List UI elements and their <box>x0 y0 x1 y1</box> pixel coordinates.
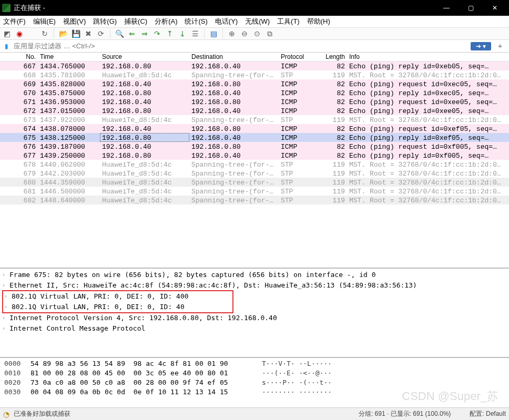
app-icon <box>2 4 11 12</box>
chevron-right-icon: › <box>4 302 12 312</box>
go-last-icon[interactable]: ⤓ <box>178 29 187 38</box>
chevron-right-icon: › <box>2 270 9 280</box>
status-left: 已准备好加载或捕获 <box>14 409 70 418</box>
minimize-button[interactable]: — <box>434 0 459 16</box>
add-filter-button[interactable]: ＋ <box>493 42 507 51</box>
start-capture-icon[interactable]: ◉ <box>15 29 24 38</box>
menu-item[interactable]: 统计(S) <box>185 17 207 26</box>
menubar: 文件(F)编辑(E)视图(V)跳转(G)捕获(C)分析(A)统计(S)电话(Y)… <box>0 16 509 28</box>
menu-item[interactable]: 视图(V) <box>63 17 86 26</box>
status-center: 分组: 691 · 已显示: 691 (100.0%) <box>359 409 451 418</box>
packet-row[interactable]: 6741438.078000192.168.0.40192.168.0.80IC… <box>0 124 509 133</box>
col-info[interactable]: Info <box>347 53 509 61</box>
chevron-right-icon: › <box>4 291 12 302</box>
col-len[interactable]: Length <box>318 53 347 61</box>
reload-icon[interactable]: ⟳ <box>96 29 106 38</box>
display-filter-input[interactable] <box>13 41 469 51</box>
close-file-icon[interactable]: ✖ <box>84 29 93 38</box>
packet-row[interactable]: 6811446.500000HuaweiTe_d8:5d:4cSpanning-… <box>0 187 509 196</box>
apply-filter-button[interactable]: ➔ ▾ <box>471 42 491 50</box>
interfaces-icon[interactable]: ◩ <box>2 29 12 38</box>
maximize-button[interactable]: ▢ <box>459 0 483 16</box>
menu-item[interactable]: 文件(F) <box>3 17 26 26</box>
packet-row[interactable]: 6721437.015000192.168.0.80192.168.0.40IC… <box>0 106 509 115</box>
detail-row[interactable]: ›Internet Control Message Protocol <box>2 323 507 334</box>
packet-row[interactable]: 6711436.953000192.168.0.40192.168.0.80IC… <box>0 97 509 106</box>
packet-row[interactable]: 6681435.781000HuaweiTe_d8:5d:4cSpanning-… <box>0 70 509 79</box>
zoom-out-icon[interactable]: ⊖ <box>240 29 249 38</box>
detail-row[interactable]: ›Ethernet II, Src: HuaweiTe ac:4c:8f (54… <box>2 280 507 291</box>
hex-line[interactable]: 002073 0a c0 a8 00 50 c0 a8 00 28 00 00 … <box>4 378 505 387</box>
col-proto[interactable]: Protocol <box>279 53 318 61</box>
chevron-right-icon: › <box>2 280 9 291</box>
restart-capture-icon[interactable]: ↻ <box>40 29 49 38</box>
packet-row[interactable]: 6701435.875000192.168.0.80192.168.0.40IC… <box>0 88 509 97</box>
zoom-reset-icon[interactable]: ⊙ <box>252 29 262 38</box>
go-back-icon[interactable]: ⇐ <box>127 29 137 38</box>
colorize-icon[interactable]: ▤ <box>209 29 218 38</box>
packet-list[interactable]: No. Time Source Destination Protocol Len… <box>0 53 509 269</box>
chevron-right-icon: › <box>2 323 9 334</box>
col-dst[interactable]: Destination <box>189 53 279 61</box>
col-time[interactable]: Time <box>38 53 100 61</box>
titlebar: 正在捕获 - — ▢ ✕ <box>0 0 509 16</box>
packet-row[interactable]: 6781440.062000HuaweiTe_d8:5d:4cSpanning-… <box>0 160 509 169</box>
chevron-right-icon: › <box>2 313 9 323</box>
save-icon[interactable]: 💾 <box>71 29 80 38</box>
menu-item[interactable]: 帮助(H) <box>307 17 330 26</box>
hex-line[interactable]: 003000 04 08 09 0a 0b 0c 0d 0e 0f 10 11 … <box>4 387 505 397</box>
detail-row[interactable]: ›Internet Protocol Version 4, Src: 192.1… <box>2 313 507 323</box>
open-icon[interactable]: 📂 <box>58 29 68 38</box>
stop-capture-icon[interactable] <box>27 29 37 38</box>
packet-row[interactable]: 6821448.640000HuaweiTe_d8:5d:4cSpanning-… <box>0 196 509 204</box>
window-title: 正在捕获 - <box>14 3 434 13</box>
col-src[interactable]: Source <box>100 53 189 61</box>
menu-item[interactable]: 分析(A) <box>155 17 177 26</box>
statusbar: ◔ 已准备好加载或捕获 分组: 691 · 已显示: 691 (100.0%) … <box>0 407 509 420</box>
detail-row[interactable]: ›802.1Q Virtual LAN, PRI: 0, DEI: 0, ID:… <box>4 291 231 302</box>
packet-row[interactable]: 6801444.359000HuaweiTe_d8:5d:4cSpanning-… <box>0 178 509 187</box>
packet-row[interactable]: 6671434.765000192.168.0.80192.168.0.40IC… <box>0 62 509 70</box>
auto-scroll-icon[interactable]: ☰ <box>190 29 200 38</box>
expert-info-icon[interactable]: ◔ <box>3 410 9 418</box>
packet-details[interactable]: ›Frame 675: 82 bytes on wire (656 bits),… <box>0 269 509 358</box>
menu-item[interactable]: 电话(Y) <box>215 17 238 26</box>
menu-item[interactable]: 工具(T) <box>277 17 300 26</box>
resize-columns-icon[interactable]: ⧉ <box>265 29 274 38</box>
packet-row[interactable]: 6791442.203000HuaweiTe_d8:5d:4cSpanning-… <box>0 169 509 178</box>
detail-row[interactable]: ›802.1Q Virtual LAN, PRI: 0, DEI: 0, ID:… <box>4 302 231 312</box>
zoom-in-icon[interactable]: ⊕ <box>227 29 237 38</box>
close-button[interactable]: ✕ <box>483 0 507 16</box>
menu-item[interactable]: 捕获(C) <box>124 17 147 26</box>
separator <box>222 29 223 38</box>
packet-row[interactable]: 6691435.828000192.168.0.40192.168.0.80IC… <box>0 79 509 88</box>
menu-item[interactable]: 无线(W) <box>245 17 270 26</box>
separator <box>54 29 54 38</box>
display-filter-bar: ▮ ➔ ▾ ＋ <box>0 40 509 53</box>
packet-row[interactable]: 6731437.922000HuaweiTe_d8:5d:4cSpanning-… <box>0 115 509 124</box>
bookmark-filter-icon[interactable]: ▮ <box>2 42 11 50</box>
packet-row[interactable]: 6751438.125000192.168.0.80192.168.0.40IC… <box>0 133 509 142</box>
packet-row[interactable]: 6771439.250000192.168.0.80192.168.0.40IC… <box>0 151 509 160</box>
go-forward-icon[interactable]: ⇒ <box>140 29 149 38</box>
separator <box>204 29 205 38</box>
menu-item[interactable]: 编辑(E) <box>33 17 56 26</box>
menu-item[interactable]: 跳转(G) <box>93 17 117 26</box>
separator <box>110 29 110 38</box>
go-first-icon[interactable]: ⤒ <box>165 29 175 38</box>
hex-line[interactable]: 000054 89 98 a3 56 13 54 89 98 ac 4c 8f … <box>4 359 505 368</box>
col-no[interactable]: No. <box>0 53 38 61</box>
go-to-packet-icon[interactable]: ↷ <box>152 29 162 38</box>
packet-row[interactable]: 6761439.187000192.168.0.40192.168.0.80IC… <box>0 142 509 151</box>
hex-line[interactable]: 001081 00 00 28 08 00 45 00 00 3c 05 ee … <box>4 368 505 378</box>
detail-row[interactable]: ›Frame 675: 82 bytes on wire (656 bits),… <box>2 270 507 280</box>
toolbar: ◩ ◉ ↻ 📂 💾 ✖ ⟳ 🔍 ⇐ ⇒ ↷ ⤒ ⤓ ☰ ▤ ⊕ ⊖ ⊙ ⧉ <box>0 28 509 40</box>
packet-bytes[interactable]: 000054 89 98 a3 56 13 54 89 98 ac 4c 8f … <box>0 358 509 407</box>
packet-list-header[interactable]: No. Time Source Destination Protocol Len… <box>0 53 509 62</box>
status-right: 配置: Default <box>470 409 506 418</box>
find-icon[interactable]: 🔍 <box>115 29 124 38</box>
